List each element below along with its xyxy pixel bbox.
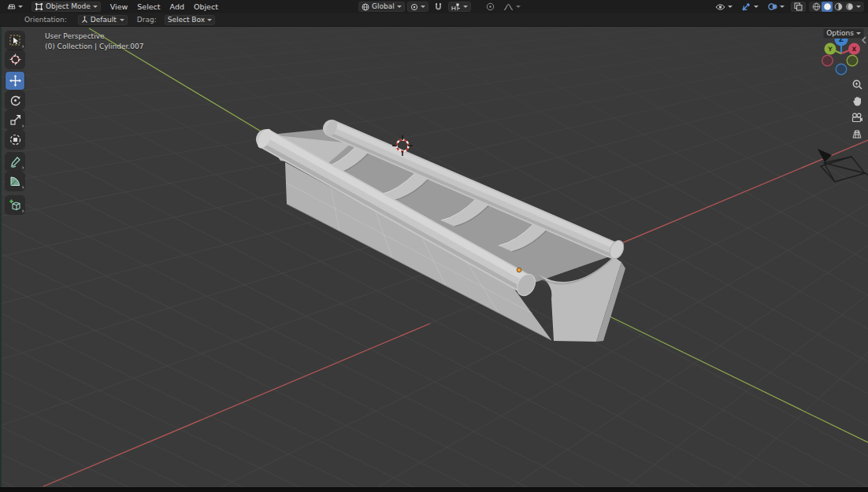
tool-scale[interactable] <box>6 111 24 129</box>
object-types-visibility-dropdown[interactable] <box>712 2 736 12</box>
chevron-down-icon <box>516 6 521 8</box>
object-mode-icon <box>35 2 43 11</box>
viewport-header: Object Mode View Select Add Object Globa… <box>0 0 868 13</box>
proportional-editing-icon <box>486 2 495 11</box>
menu-select[interactable]: Select <box>132 2 165 11</box>
tool-annotate[interactable] <box>6 153 24 171</box>
tool-transform[interactable] <box>6 131 24 149</box>
wireframe-sphere-icon <box>812 2 821 11</box>
chevron-down-icon <box>397 6 402 8</box>
camera-view-button[interactable] <box>850 110 864 124</box>
falloff-curve-icon <box>503 3 514 11</box>
chevron-down-icon <box>780 6 785 8</box>
viewport-overlays-icon <box>768 2 777 11</box>
chevron-down-icon <box>856 32 861 35</box>
axis-orientation-icon <box>81 16 88 24</box>
editor-type-selector[interactable] <box>3 2 26 12</box>
chevron-down-icon <box>856 6 861 8</box>
gizmo-axis-y-negative[interactable] <box>847 55 858 66</box>
object-origin-dot <box>517 268 521 272</box>
orthographic-grid-icon <box>851 128 863 139</box>
editor-edge <box>0 27 2 487</box>
drag-value: Select Box <box>168 15 205 25</box>
chevron-down-icon <box>18 6 23 8</box>
status-bar <box>0 487 868 492</box>
gizmo-axis-z-negative[interactable] <box>836 64 847 75</box>
chevron-down-icon <box>728 6 733 8</box>
chevron-down-icon <box>120 19 124 21</box>
gizmo-y-label: Y <box>827 46 833 53</box>
view-perspective-label: User Perspective <box>45 31 143 42</box>
orientation-value: Default <box>91 15 117 25</box>
camera-icon <box>851 112 863 124</box>
transform-tool-icon <box>9 133 22 146</box>
3d-viewport[interactable] <box>0 0 868 492</box>
chevron-down-icon <box>207 19 212 21</box>
viewport-nav-controls <box>850 77 864 143</box>
pan-button[interactable] <box>850 94 864 108</box>
chevron-down-icon <box>463 6 468 8</box>
rendered-sphere-icon <box>845 2 854 11</box>
viewport-overlays-dropdown[interactable] <box>765 2 788 12</box>
solid-sphere-icon <box>823 2 832 11</box>
gizmo-axis-x-negative[interactable] <box>822 55 833 66</box>
shading-rendered-button[interactable] <box>844 2 855 12</box>
orientation-dropdown[interactable]: Default <box>78 15 128 25</box>
magnifier-icon <box>851 79 863 91</box>
mode-label: Object Mode <box>46 2 91 12</box>
shading-material-button[interactable] <box>833 2 844 12</box>
chevron-down-icon <box>421 6 425 8</box>
tool-settings-bar: Orientation: Default Drag: Select Box Op… <box>0 13 868 27</box>
toggle-perspective-button[interactable] <box>850 127 864 141</box>
viewport-gizmos-icon <box>742 2 751 11</box>
xray-toggle[interactable] <box>791 2 806 12</box>
tool-move[interactable] <box>6 72 24 90</box>
orientation-globe-icon <box>362 3 369 11</box>
magnet-icon <box>434 2 443 11</box>
tool-rotate[interactable] <box>6 91 24 109</box>
pivot-point-icon <box>410 3 418 11</box>
transform-orientation-dropdown[interactable]: Global <box>358 2 405 12</box>
mode-selector[interactable]: Object Mode <box>32 2 101 12</box>
material-preview-sphere-icon <box>834 2 843 11</box>
proportional-editing-toggle[interactable] <box>483 2 498 12</box>
viewport-gizmos-dropdown[interactable] <box>739 2 762 12</box>
snap-target-dropdown[interactable] <box>448 2 471 12</box>
drag-label: Drag: <box>137 16 157 24</box>
tool-add-cube[interactable] <box>6 196 24 214</box>
snap-increment-icon <box>451 3 461 11</box>
object-types-visibility-icon <box>715 3 725 11</box>
orientation-label: Orientation: <box>24 16 67 24</box>
pivot-point-dropdown[interactable] <box>407 2 428 12</box>
proportional-falloff-dropdown[interactable] <box>500 2 524 12</box>
active-object-breadcrumb: (0) Collection | Cylinder.007 <box>45 42 143 52</box>
menu-view[interactable]: View <box>106 2 133 11</box>
shading-mode-group <box>809 2 864 12</box>
tool-select-box[interactable] <box>6 31 24 50</box>
drag-dropdown[interactable]: Select Box <box>165 15 215 25</box>
zoom-button[interactable] <box>850 77 864 91</box>
rotate-tool-icon <box>9 94 22 107</box>
chevron-down-icon <box>93 6 98 8</box>
tool-measure[interactable] <box>6 172 24 191</box>
chevron-down-icon <box>754 6 759 8</box>
menu-add[interactable]: Add <box>165 2 189 11</box>
3d-viewport-editor-icon <box>6 2 16 11</box>
hand-icon <box>851 95 863 107</box>
options-dropdown[interactable]: Options <box>823 28 864 39</box>
xray-toggle-icon <box>794 2 803 11</box>
shading-wireframe-button[interactable] <box>811 2 822 12</box>
blender-window: Object Mode View Select Add Object Globa… <box>0 0 868 492</box>
viewport-info-overlay: User Perspective (0) Collection | Cylind… <box>45 31 143 52</box>
orientation-value: Global <box>372 2 395 12</box>
gizmo-x-label: X <box>852 46 857 53</box>
tool-cursor[interactable] <box>6 50 24 68</box>
3d-cursor-tool-icon <box>9 53 22 66</box>
menu-object[interactable]: Object <box>189 2 223 11</box>
move-tool-icon <box>9 74 22 87</box>
shading-solid-button[interactable] <box>822 2 833 12</box>
snap-toggle[interactable] <box>431 2 446 12</box>
options-label: Options <box>826 28 854 39</box>
